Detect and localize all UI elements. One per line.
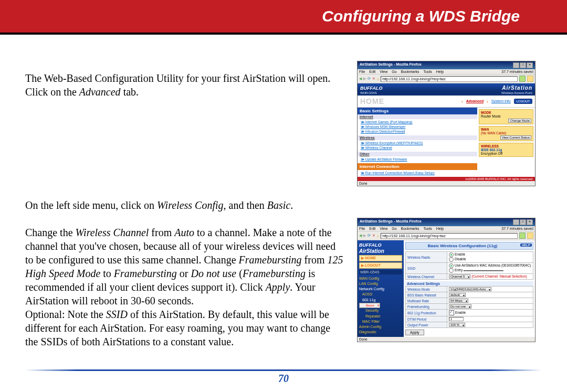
sidebar: BUFFALO AirStation ▶HOME ▶LOGOUT WBR-G54… <box>358 240 404 337</box>
back-icon[interactable]: ◀ <box>359 77 362 81</box>
tree-80211g[interactable]: 802.11g <box>359 298 402 303</box>
menubar-items: File Edit View Go Bookmarks Tools Help <box>359 227 447 230</box>
other-links: Update AirStation Firmware <box>358 156 477 163</box>
go-icon[interactable] <box>519 232 526 239</box>
tree-lan[interactable]: LAN Config <box>359 281 402 287</box>
brand-subrow: WHR-G54S Wireless Access Point <box>358 91 535 96</box>
reload-icon[interactable]: ⟳ <box>368 77 371 81</box>
row-protection: 802.11g ProtectionEnable <box>406 310 533 316</box>
wireless-mode-select[interactable]: 11g(54M)/11b(11M)-Auto <box>449 287 491 291</box>
link-item[interactable]: Internet Games (Port Mapping) <box>361 120 474 124</box>
link-item[interactable]: Wireless Channel <box>361 146 474 150</box>
framebursting-select[interactable]: Do not use <box>449 304 471 309</box>
tree-network[interactable]: Network Config <box>359 287 402 292</box>
multicast-select[interactable]: 54 Mbps <box>449 299 468 303</box>
menu-file[interactable]: File <box>359 70 365 73</box>
framebursting-ref: Framebursting <box>239 254 302 266</box>
menu-edit[interactable]: Edit <box>369 227 375 230</box>
nav-advanced[interactable]: Advanced <box>466 99 484 103</box>
radio-disable[interactable] <box>449 257 454 262</box>
view-status-button[interactable]: View Current Status <box>500 135 531 140</box>
help-button[interactable]: HELP <box>520 243 532 247</box>
label: SSID <box>406 263 447 274</box>
text: On the left side menu, click on <box>25 199 157 211</box>
link-item[interactable]: Wireless Encryption (WEP/TKIP/AES) <box>361 141 474 145</box>
nav-systeminfo[interactable]: System Info <box>491 99 511 103</box>
radio-use-mac[interactable] <box>449 263 454 268</box>
stop-icon[interactable]: ✕ <box>372 234 375 238</box>
link-item[interactable]: Intrusion Detector/Firewall <box>361 130 474 134</box>
text-column: The Web-Based Configuration Utility for … <box>25 61 343 348</box>
internet-header[interactable]: Internet <box>358 114 477 119</box>
tree-basic[interactable]: Basic <box>359 303 380 309</box>
home-icon[interactable]: ⌂ <box>377 234 379 238</box>
tree-macfilter[interactable]: MAC Filter <box>359 319 402 324</box>
text: tab. <box>121 86 139 98</box>
menu-go[interactable]: Go <box>392 227 396 230</box>
apply-button[interactable]: Apply <box>405 330 424 335</box>
tree-wan[interactable]: WAN Config <box>359 276 402 281</box>
screenshot-column: AirStation Settings - Mozilla Firefox _ … <box>357 61 536 348</box>
left-col: Basic Settings Internet Internet Games (… <box>358 108 477 177</box>
link-item[interactable]: Update AirStation Firmware <box>361 157 474 162</box>
tree-aoss[interactable]: AOSS <box>359 292 402 297</box>
link-item[interactable]: Windows MSN Messenger <box>361 125 474 129</box>
close-icon[interactable]: × <box>527 62 533 68</box>
radio-entry[interactable] <box>449 268 454 273</box>
forward-icon[interactable]: ▶ <box>363 234 366 238</box>
menu-tools[interactable]: Tools <box>423 70 432 73</box>
stop-icon[interactable]: ✕ <box>372 77 375 81</box>
ssid-input[interactable] <box>464 270 503 271</box>
minimize-icon[interactable]: _ <box>513 62 519 68</box>
change-mode-button[interactable]: Change Mode <box>508 119 531 123</box>
maximize-icon[interactable]: □ <box>520 62 526 68</box>
maximize-icon[interactable]: □ <box>520 219 526 225</box>
tree-diagnostic[interactable]: Diagnostic <box>359 330 402 335</box>
menu-view[interactable]: View <box>380 227 387 230</box>
menu-bookmarks[interactable]: Bookmarks <box>401 70 419 73</box>
output-power-select[interactable]: 100 % <box>449 323 465 327</box>
menu-bookmarks[interactable]: Bookmarks <box>401 227 419 230</box>
link-item[interactable]: Run Internet Connection Wizard (Easy Set… <box>361 171 474 175</box>
sidebar-logout-button[interactable]: ▶LOGOUT <box>359 262 402 269</box>
back-icon[interactable]: ◀ <box>359 234 362 238</box>
sidebar-home-button[interactable]: ▶HOME <box>359 255 402 261</box>
dtim-input[interactable]: 1 <box>449 317 464 321</box>
url-input[interactable]: http://192.168.11.1/cgi-bin/cgi?req=twz <box>381 76 518 82</box>
bss-select[interactable]: default <box>449 293 466 297</box>
menu-file[interactable]: File <box>359 227 365 230</box>
menu-help[interactable]: Help <box>436 70 444 73</box>
radio-enable[interactable] <box>449 252 454 257</box>
channel-select[interactable]: Channel 5 <box>449 274 470 279</box>
tree-admin[interactable]: Admin Config <box>359 324 402 330</box>
wireless-header[interactable]: Wireless <box>358 135 477 140</box>
config-title: Basic Wireless Configuration (11g) HELP <box>405 242 533 250</box>
bookmark-icon[interactable] <box>527 232 533 239</box>
forward-icon[interactable]: ▶ <box>363 77 366 81</box>
home-label: HOME <box>360 97 384 105</box>
bookmark-icon[interactable] <box>527 76 533 82</box>
url-input[interactable]: http://192.168.11.1/cgi-bin/cgi?req=twz <box>381 233 518 239</box>
protection-checkbox[interactable] <box>449 310 454 315</box>
window-buttons: _ □ × <box>513 219 533 225</box>
menu-help[interactable]: Help <box>436 227 444 230</box>
footer-divider <box>25 369 542 371</box>
row-wireless-radio: Wireless Radio EnableDisable <box>406 252 533 263</box>
menu-view[interactable]: View <box>380 70 387 73</box>
tree-security[interactable]: Security <box>359 308 402 313</box>
tree-repeater[interactable]: Repeater <box>359 314 402 319</box>
airstation-logo: AirStation <box>502 85 532 91</box>
value: Use AirStation's MAC Address (0016010857… <box>447 263 533 274</box>
go-icon[interactable] <box>519 76 526 82</box>
minimize-icon[interactable]: _ <box>513 219 519 225</box>
row-framebursting: FrameburstingDo not use <box>406 304 533 310</box>
row-wireless-mode: Wireless Mode11g(54M)/11b(11M)-Auto <box>406 287 533 292</box>
home-icon[interactable]: ⌂ <box>377 77 379 81</box>
menu-edit[interactable]: Edit <box>369 70 375 73</box>
other-header[interactable]: Other <box>358 152 477 156</box>
close-icon[interactable]: × <box>527 219 533 225</box>
menu-go[interactable]: Go <box>392 70 396 73</box>
logout-button[interactable]: LOGOUT <box>514 99 532 104</box>
reload-icon[interactable]: ⟳ <box>368 234 371 238</box>
menu-tools[interactable]: Tools <box>423 227 432 230</box>
